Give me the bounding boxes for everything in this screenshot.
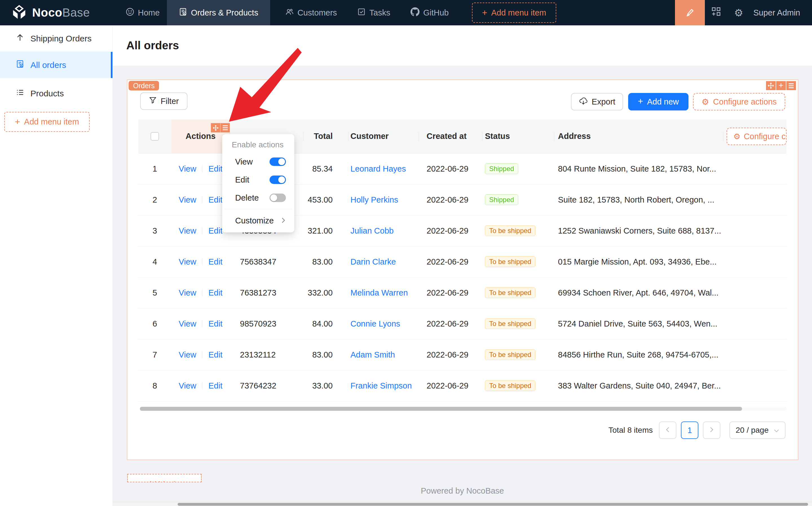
delete-toggle[interactable] [270, 193, 286, 202]
sidebar-item-all-orders[interactable]: All orders [0, 52, 113, 78]
menu-item-view[interactable]: View [224, 153, 292, 171]
gear-icon: ⚙ [733, 132, 740, 141]
customer-link[interactable]: Frankie Simpson [351, 381, 412, 390]
pagination-page-1[interactable]: 1 [681, 421, 698, 439]
customer-link[interactable]: Julian Cobb [351, 226, 393, 235]
nocobase-logo-icon [11, 4, 28, 21]
add-menu-item-label: Add menu item [24, 117, 79, 126]
edit-link[interactable]: Edit [208, 381, 222, 391]
customer-link[interactable]: Adam Smith [351, 350, 395, 359]
column-drag-handle-icon[interactable] [211, 123, 220, 133]
nav-item-orders-products[interactable]: Orders & Products [167, 0, 270, 25]
column-designer-toolbar [211, 123, 230, 133]
nav-item-github[interactable]: GitHub [403, 0, 456, 25]
plugin-manager-button[interactable] [705, 0, 727, 25]
page-size-select[interactable]: 20 / page [729, 421, 786, 439]
status-badge: To be shipped [485, 225, 535, 236]
edit-link[interactable]: Edit [208, 319, 222, 329]
menu-item-edit[interactable]: Edit [224, 171, 292, 189]
column-menu-icon[interactable] [220, 123, 230, 133]
view-link[interactable]: View [179, 288, 196, 298]
export-button[interactable]: Export [571, 93, 623, 110]
address-cell: 84856 Hirthe Run, Suite 268, 94754-6705,… [554, 339, 723, 370]
edit-link[interactable]: Edit [208, 288, 222, 298]
customer-link[interactable]: Connie Lyons [351, 319, 400, 328]
edit-link[interactable]: Edit [208, 164, 222, 174]
edit-link[interactable]: Edit [208, 257, 222, 266]
sidebar-item-products[interactable]: Products [0, 80, 113, 106]
column-header-customer[interactable]: Customer [348, 119, 419, 153]
edit-link[interactable]: Edit [208, 226, 222, 236]
configure-columns-button[interactable]: ⚙ Configure c [727, 128, 787, 145]
row-actions-cell: ViewEdit [171, 308, 230, 339]
drag-handle-icon[interactable] [766, 81, 776, 90]
pagination-prev-button[interactable] [659, 421, 676, 439]
plus-icon: + [638, 96, 643, 106]
sidebar-item-shipping-orders[interactable]: Shipping Orders [0, 25, 113, 52]
view-link[interactable]: View [179, 257, 196, 266]
enable-actions-dropdown: Enable actions View Edit Delete Customiz… [222, 134, 294, 233]
created-at-cell: 2022-06-29 [419, 277, 482, 308]
configure-actions-button[interactable]: ⚙ Configure actions [693, 93, 785, 110]
column-header-total[interactable]: Total [303, 119, 348, 153]
list-icon [16, 88, 24, 99]
total-cell: 332.00 [303, 277, 348, 308]
row-actions-cell: ViewEdit [171, 339, 230, 370]
status-badge: Shipped [485, 194, 518, 205]
nav-item-home[interactable]: Home [119, 0, 167, 25]
order-number-cell: 75638347 [230, 246, 303, 277]
customer-link[interactable]: Holly Perkins [351, 195, 398, 204]
configure-column-cell [723, 246, 787, 277]
orders-block: Orders + Filter [127, 79, 799, 460]
add-block-button[interactable]: + Add block [127, 474, 202, 482]
table-scrollbar-thumb[interactable] [140, 407, 742, 411]
action-separator [202, 351, 203, 358]
view-link[interactable]: View [179, 164, 196, 174]
nav-item-tasks[interactable]: Tasks [350, 0, 397, 25]
sidebar-add-menu-item-button[interactable]: + Add menu item [4, 112, 90, 132]
column-header-created-at[interactable]: Created at [419, 119, 482, 153]
action-separator [202, 227, 203, 234]
edit-link[interactable]: Edit [208, 195, 222, 204]
edit-link[interactable]: Edit [208, 350, 222, 359]
user-menu[interactable]: Super Admin [753, 8, 800, 17]
settings-button[interactable]: ⚙ [727, 0, 750, 25]
filter-button[interactable]: Filter [140, 92, 188, 110]
select-all-checkbox[interactable] [151, 132, 159, 141]
block-menu-icon[interactable] [786, 81, 796, 90]
file-done-icon [16, 60, 24, 70]
column-header-status[interactable]: Status [482, 119, 554, 153]
status-badge: To be shipped [485, 256, 535, 267]
view-link[interactable]: View [179, 195, 196, 204]
menu-item-delete[interactable]: Delete [224, 189, 292, 207]
add-new-label: Add new [647, 97, 679, 106]
view-link[interactable]: View [179, 319, 196, 329]
status-cell: Shipped [482, 184, 554, 215]
ui-editor-button[interactable] [675, 0, 705, 25]
add-new-button[interactable]: + Add new [628, 93, 688, 110]
status-cell: Shipped [482, 153, 554, 184]
view-link[interactable]: View [179, 226, 196, 236]
nav-item-customers[interactable]: Customers [278, 0, 344, 25]
edit-toggle[interactable] [270, 175, 286, 184]
view-toggle[interactable] [270, 158, 286, 166]
row-index: 7 [138, 339, 171, 370]
filter-label: Filter [161, 97, 179, 106]
add-block-icon[interactable]: + [776, 81, 786, 90]
view-link[interactable]: View [179, 350, 196, 359]
sidebar-item-label: Shipping Orders [30, 34, 92, 44]
row-actions-cell: ViewEdit [171, 277, 230, 308]
menu-item-label: Delete [235, 193, 259, 202]
column-header-address[interactable]: Address [554, 119, 723, 153]
customer-link[interactable]: Darin Clarke [351, 257, 396, 266]
menu-item-customize[interactable]: Customize [224, 212, 292, 230]
page-scrollbar-thumb[interactable] [177, 503, 808, 506]
plus-icon: + [15, 117, 20, 127]
customer-cell: Adam Smith [348, 339, 419, 370]
customer-link[interactable]: Leonard Hayes [351, 164, 406, 173]
brand-logo[interactable]: NocoBase [11, 0, 90, 25]
view-link[interactable]: View [179, 381, 196, 391]
pagination-next-button[interactable] [703, 421, 720, 439]
customer-link[interactable]: Melinda Warren [351, 288, 408, 297]
navbar-add-menu-item-button[interactable]: + Add menu item [472, 3, 557, 23]
